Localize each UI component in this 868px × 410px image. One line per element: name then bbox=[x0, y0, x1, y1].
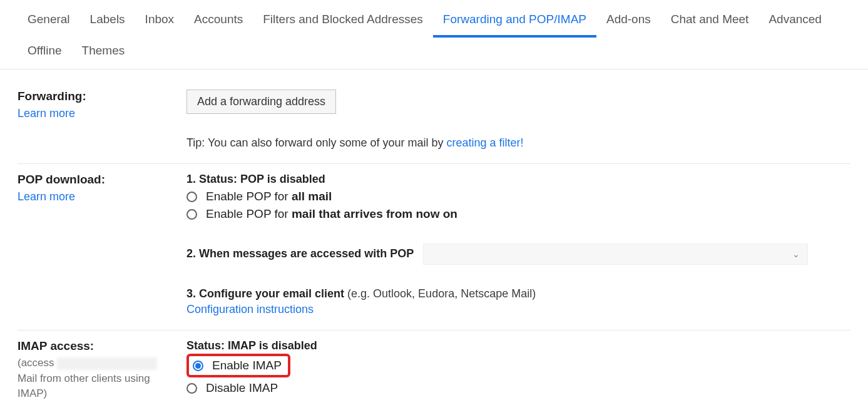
enable-imap-highlight: Enable IMAP bbox=[186, 354, 290, 377]
radio-icon bbox=[186, 383, 197, 394]
tab-forwarding-and-pop-imap[interactable]: Forwarding and POP/IMAP bbox=[433, 6, 596, 38]
pop-action-select[interactable]: ⌄ bbox=[423, 243, 808, 265]
tab-filters-and-blocked-addresses[interactable]: Filters and Blocked Addresses bbox=[253, 6, 433, 38]
radio-icon bbox=[186, 209, 197, 220]
chevron-down-icon: ⌄ bbox=[792, 249, 800, 259]
create-filter-link[interactable]: creating a filter! bbox=[447, 136, 524, 149]
tab-accounts[interactable]: Accounts bbox=[184, 6, 253, 38]
forwarding-title: Forwarding: bbox=[18, 90, 180, 103]
forwarding-tip: Tip: You can also forward only some of y… bbox=[186, 136, 850, 150]
imap-disable-radio[interactable]: Disable IMAP bbox=[186, 381, 850, 395]
radio-icon bbox=[186, 192, 197, 202]
redacted-text bbox=[57, 357, 157, 370]
tab-advanced[interactable]: Advanced bbox=[758, 6, 832, 38]
pop-enable-all-radio[interactable]: Enable POP for all mail bbox=[186, 190, 850, 203]
settings-content: Forwarding: Learn more Add a forwarding … bbox=[0, 69, 868, 410]
pop-learn-more-link[interactable]: Learn more bbox=[18, 190, 75, 203]
tab-labels[interactable]: Labels bbox=[80, 6, 135, 38]
imap-status: Status: IMAP is disabled bbox=[186, 339, 850, 352]
section-imap: IMAP access: (access Mail from other cli… bbox=[18, 331, 850, 410]
section-forwarding: Forwarding: Learn more Add a forwarding … bbox=[18, 81, 850, 164]
tab-general[interactable]: General bbox=[18, 6, 80, 38]
tab-themes[interactable]: Themes bbox=[72, 38, 135, 69]
radio-icon bbox=[193, 361, 203, 371]
pop-accessed-row: 2. When messages are accessed with POP ⌄ bbox=[186, 243, 850, 265]
tab-inbox[interactable]: Inbox bbox=[135, 6, 184, 38]
imap-title: IMAP access: bbox=[18, 339, 180, 353]
pop-configure-row: 3. Configure your email client (e.g. Out… bbox=[186, 287, 850, 316]
configuration-instructions-link[interactable]: Configuration instructions bbox=[186, 303, 850, 316]
tab-offline[interactable]: Offline bbox=[18, 38, 72, 69]
add-forwarding-address-button[interactable]: Add a forwarding address bbox=[186, 90, 336, 114]
section-pop: POP download: Learn more 1. Status: POP … bbox=[18, 164, 850, 331]
tab-chat-and-meet[interactable]: Chat and Meet bbox=[661, 6, 759, 38]
settings-tabs: GeneralLabelsInboxAccountsFilters and Bl… bbox=[0, 0, 868, 69]
forwarding-learn-more-link[interactable]: Learn more bbox=[18, 107, 75, 120]
forwarding-tip-text: Tip: You can also forward only some of y… bbox=[186, 136, 447, 149]
imap-enable-radio[interactable]: Enable IMAP bbox=[191, 359, 282, 372]
pop-status: 1. Status: POP is disabled bbox=[186, 173, 850, 186]
pop-title: POP download: bbox=[18, 173, 180, 187]
pop-enable-now-on-radio[interactable]: Enable POP for mail that arrives from no… bbox=[186, 207, 850, 221]
imap-subtext: (access Mail from other clients using IM… bbox=[18, 356, 180, 402]
tab-add-ons[interactable]: Add-ons bbox=[596, 6, 661, 38]
